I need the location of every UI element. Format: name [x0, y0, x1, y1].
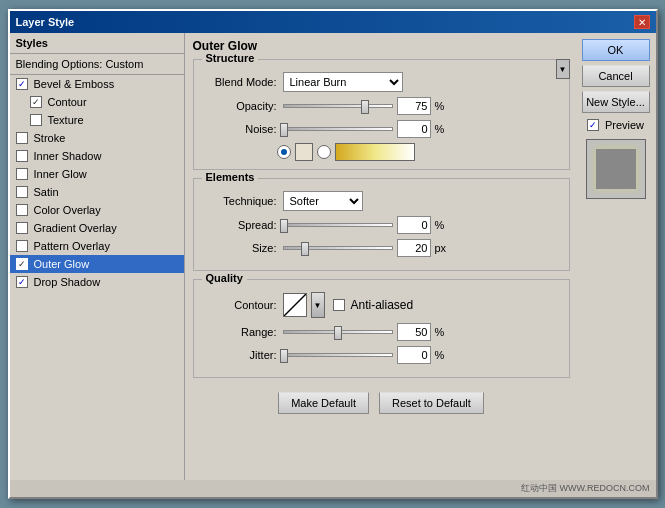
structure-title: Structure [202, 52, 259, 64]
stroke-checkbox[interactable] [16, 132, 28, 144]
contour-row: Contour: ▼ Anti-aliased [202, 292, 561, 318]
sidebar-item-bevel[interactable]: Bevel & Emboss [10, 75, 184, 93]
new-style-button[interactable]: New Style... [582, 91, 650, 113]
anti-alias-checkbox[interactable] [333, 299, 345, 311]
elements-content: Technique: Softer Precise Spread: [194, 179, 569, 270]
color-overlay-label: Color Overlay [34, 204, 101, 216]
gradient-overlay-label: Gradient Overlay [34, 222, 117, 234]
color-radio-solid[interactable] [277, 145, 291, 159]
inner-shadow-checkbox[interactable] [16, 150, 28, 162]
contour-label: Contour: [202, 299, 277, 311]
noise-slider[interactable] [283, 127, 393, 131]
size-input[interactable] [397, 239, 431, 257]
opacity-slider[interactable] [283, 104, 393, 108]
preview-checkbox[interactable] [587, 119, 599, 131]
contour-preview[interactable] [283, 293, 307, 317]
color-radio-gradient[interactable] [317, 145, 331, 159]
sidebar-item-stroke[interactable]: Stroke [10, 129, 184, 147]
texture-checkbox[interactable] [30, 114, 42, 126]
pattern-overlay-checkbox[interactable] [16, 240, 28, 252]
reset-default-button[interactable]: Reset to Default [379, 392, 484, 414]
jitter-unit: % [435, 349, 449, 361]
structure-content: Blend Mode: Linear Burn Opacity: [194, 60, 569, 169]
noise-label: Noise: [202, 123, 277, 135]
sidebar-item-inner-shadow[interactable]: Inner Shadow [10, 147, 184, 165]
gradient-arrow[interactable]: ▼ [556, 59, 570, 79]
opacity-row: Opacity: % [202, 97, 561, 115]
color-swatch[interactable] [295, 143, 313, 161]
range-slider[interactable] [283, 330, 393, 334]
sidebar-item-drop-shadow[interactable]: Drop Shadow [10, 273, 184, 291]
dialog-title: Layer Style [16, 16, 75, 28]
drop-shadow-label: Drop Shadow [34, 276, 101, 288]
sidebar-item-color-overlay[interactable]: Color Overlay [10, 201, 184, 219]
left-panel: Styles Blending Options: Custom Bevel & … [10, 33, 185, 480]
sidebar-item-satin[interactable]: Satin [10, 183, 184, 201]
range-unit: % [435, 326, 449, 338]
contour-arrow[interactable]: ▼ [311, 292, 325, 318]
technique-label: Technique: [202, 195, 277, 207]
sidebar-item-gradient-overlay[interactable]: Gradient Overlay [10, 219, 184, 237]
noise-input[interactable] [397, 120, 431, 138]
range-row: Range: % [202, 323, 561, 341]
preview-label-text: Preview [605, 119, 644, 131]
sidebar-item-pattern-overlay[interactable]: Pattern Overlay [10, 237, 184, 255]
sidebar-item-contour[interactable]: Contour [10, 93, 184, 111]
blending-options-item[interactable]: Blending Options: Custom [10, 54, 184, 75]
dialog-body: Styles Blending Options: Custom Bevel & … [10, 33, 656, 480]
gradient-overlay-checkbox[interactable] [16, 222, 28, 234]
jitter-thumb[interactable] [280, 349, 288, 363]
drop-shadow-checkbox[interactable] [16, 276, 28, 288]
jitter-slider[interactable] [283, 353, 393, 357]
spread-row: Spread: % [202, 216, 561, 234]
spread-slider[interactable] [283, 223, 393, 227]
ok-button[interactable]: OK [582, 39, 650, 61]
sidebar-item-texture[interactable]: Texture [10, 111, 184, 129]
opacity-input[interactable] [397, 97, 431, 115]
range-thumb[interactable] [334, 326, 342, 340]
spread-thumb[interactable] [280, 219, 288, 233]
close-button[interactable]: ✕ [634, 15, 650, 29]
bevel-checkbox[interactable] [16, 78, 28, 90]
contour-label: Contour [48, 96, 87, 108]
noise-row: Noise: % [202, 120, 561, 138]
jitter-slider-container: % [283, 346, 561, 364]
outer-glow-checkbox[interactable] [16, 258, 28, 270]
spread-slider-container: % [283, 216, 561, 234]
contour-checkbox[interactable] [30, 96, 42, 108]
cancel-button[interactable]: Cancel [582, 65, 650, 87]
size-thumb[interactable] [301, 242, 309, 256]
anti-alias-label: Anti-aliased [351, 298, 414, 312]
inner-shadow-label: Inner Shadow [34, 150, 102, 162]
inner-glow-checkbox[interactable] [16, 168, 28, 180]
color-overlay-checkbox[interactable] [16, 204, 28, 216]
spread-input[interactable] [397, 216, 431, 234]
contour-picker: ▼ Anti-aliased [283, 292, 414, 318]
action-panel: OK Cancel New Style... Preview [576, 33, 656, 480]
range-input[interactable] [397, 323, 431, 341]
sidebar-item-inner-glow[interactable]: Inner Glow [10, 165, 184, 183]
opacity-thumb[interactable] [361, 100, 369, 114]
blend-mode-select[interactable]: Linear Burn [283, 72, 403, 92]
noise-unit: % [435, 123, 449, 135]
anti-alias-row: Anti-aliased [333, 298, 414, 312]
technique-select[interactable]: Softer Precise [283, 191, 363, 211]
inner-glow-label: Inner Glow [34, 168, 87, 180]
size-slider[interactable] [283, 246, 393, 250]
noise-thumb[interactable] [280, 123, 288, 137]
gradient-preview[interactable] [335, 143, 415, 161]
quality-content: Contour: ▼ Anti-aliased [194, 280, 569, 377]
opacity-unit: % [435, 100, 449, 112]
opacity-slider-container: % [283, 97, 561, 115]
gradient-picker[interactable]: ▼ [335, 143, 415, 161]
size-slider-container: px [283, 239, 561, 257]
jitter-input[interactable] [397, 346, 431, 364]
styles-header: Styles [10, 33, 184, 54]
watermark: 红动中国 WWW.REDOCN.COM [10, 480, 656, 497]
satin-checkbox[interactable] [16, 186, 28, 198]
sidebar-item-outer-glow[interactable]: Outer Glow [10, 255, 184, 273]
make-default-button[interactable]: Make Default [278, 392, 369, 414]
main-content: Outer Glow Structure Blend Mode: Linear … [185, 33, 576, 480]
pattern-overlay-label: Pattern Overlay [34, 240, 110, 252]
jitter-row: Jitter: % [202, 346, 561, 364]
